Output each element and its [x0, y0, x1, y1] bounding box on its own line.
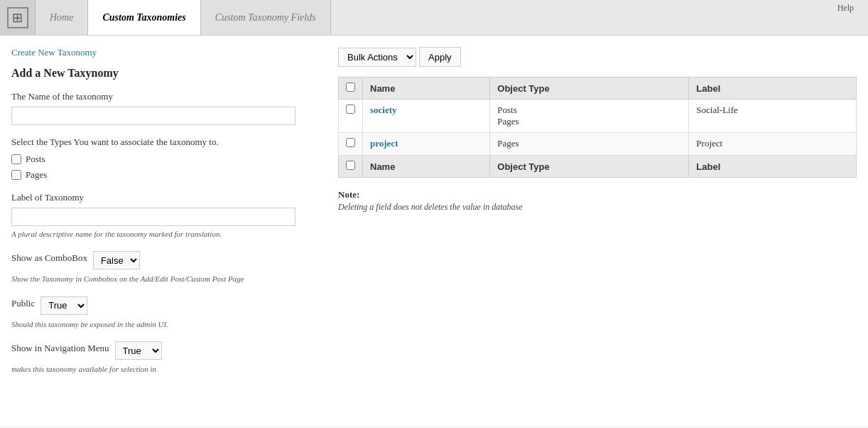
note-title: Note:	[338, 189, 359, 200]
name-cell-project: project	[363, 133, 490, 156]
posts-checkbox-item: Posts	[11, 154, 324, 165]
nav-select-control: True False	[115, 341, 162, 360]
nav-label: Show in Navigation Menu	[11, 343, 109, 354]
help-link[interactable]: Help	[837, 3, 854, 14]
combobox-select-control: False True	[93, 251, 140, 269]
taxonomy-label-group: Label of Taxonomy A plural descriptive n…	[11, 192, 324, 240]
note-text: Deleting a field does not deletes the va…	[338, 202, 857, 213]
posts-checkbox[interactable]	[11, 154, 21, 164]
public-helper: Should this taxonomy be exposed in the a…	[11, 319, 324, 330]
tab-custom-taxonomies-label: Custom Taxonomies	[102, 12, 185, 23]
nav-helper: makes this taxonomy available for select…	[11, 364, 324, 375]
posts-label: Posts	[26, 154, 45, 165]
public-select[interactable]: True False	[41, 297, 87, 314]
name-cell-society: society	[363, 100, 490, 133]
table-row: project Pages Project	[339, 133, 857, 156]
footer-label: Label	[689, 156, 857, 178]
footer-name: Name	[363, 156, 490, 178]
row-checkbox-cell-society	[339, 100, 363, 133]
main-content: Create New Taxonomy Add a New Taxynomy T…	[0, 36, 868, 427]
nav-select[interactable]: True False	[116, 342, 161, 359]
taxonomy-link-society[interactable]: society	[370, 105, 397, 115]
nav-group: Show in Navigation Menu True False makes…	[11, 341, 324, 375]
name-field-group: The Name of the taxonomy	[11, 91, 324, 125]
taxonomy-label-input[interactable]	[11, 208, 295, 226]
object-type-cell-project: Pages	[490, 133, 689, 156]
tab-custom-taxonomy-fields-label: Custom Taxonomy Fields	[215, 12, 316, 23]
tab-custom-taxonomies[interactable]: Custom Taxonomies	[88, 0, 200, 35]
tab-home-label: Home	[50, 12, 73, 23]
types-label: Select the Types You want to associate t…	[11, 137, 324, 148]
header-name: Name	[363, 77, 490, 100]
taxonomy-label-helper: A plural descriptive name for the taxono…	[11, 229, 324, 240]
combobox-group: Show as ComboBox False True Show the Tax…	[11, 251, 324, 284]
bulk-actions-select[interactable]: Bulk Actions	[339, 48, 416, 66]
combobox-select[interactable]: False True	[94, 252, 139, 269]
right-panel: Bulk Actions Apply Name Object Type Labe…	[338, 47, 857, 415]
footer-object-type: Object Type	[490, 156, 689, 178]
public-label: Public	[11, 298, 35, 309]
object-type-posts: Posts	[497, 105, 681, 116]
combobox-helper: Show the Taxonomy in Combobox on the Add…	[11, 274, 324, 284]
icon-grid: ⊞	[7, 7, 28, 28]
name-input[interactable]	[11, 107, 295, 125]
public-row: Public True False	[11, 296, 324, 315]
object-type-cell-society: Posts Pages	[490, 100, 689, 133]
top-bar: ⊞ Home Custom Taxonomies Custom Taxonomy…	[0, 0, 868, 36]
public-group: Public True False Should this taxonomy b…	[11, 296, 324, 330]
header-checkbox-col	[339, 77, 363, 100]
footer-select-all-checkbox[interactable]	[346, 161, 355, 170]
pages-label: Pages	[26, 169, 47, 181]
combobox-row: Show as ComboBox False True	[11, 251, 324, 269]
tab-custom-taxonomy-fields[interactable]: Custom Taxonomy Fields	[201, 0, 331, 35]
taxonomy-table: Name Object Type Label society Posts	[338, 77, 857, 178]
name-label: The Name of the taxonomy	[11, 91, 324, 102]
footer-checkbox-col	[339, 156, 363, 178]
table-row: society Posts Pages Social-Life	[339, 100, 857, 133]
row-checkbox-cell-project	[339, 133, 363, 156]
object-type-pages-project: Pages	[497, 138, 681, 149]
label-cell-project: Project	[689, 133, 857, 156]
tab-home[interactable]: Home	[36, 0, 88, 35]
combobox-label: Show as ComboBox	[11, 252, 87, 264]
taxonomy-label-label: Label of Taxonomy	[11, 192, 324, 203]
select-all-checkbox[interactable]	[346, 82, 355, 92]
public-select-control: True False	[40, 296, 87, 315]
row-checkbox-society[interactable]	[346, 105, 355, 114]
pages-checkbox[interactable]	[11, 170, 21, 180]
bulk-actions-row: Bulk Actions Apply	[338, 47, 857, 67]
section-title: Add a New Taxynomy	[11, 67, 324, 80]
row-checkbox-project[interactable]	[346, 138, 355, 147]
note-section: Note: Deleting a field does not deletes …	[338, 189, 857, 213]
app-icon: ⊞	[0, 0, 36, 35]
create-new-taxonomy-link[interactable]: Create New Taxonomy	[11, 47, 97, 58]
header-object-type: Object Type	[490, 77, 689, 100]
apply-button[interactable]: Apply	[419, 47, 461, 67]
header-label: Label	[689, 77, 857, 100]
left-panel: Create New Taxonomy Add a New Taxynomy T…	[11, 47, 324, 415]
bulk-actions-select-control: Bulk Actions	[338, 48, 416, 67]
label-cell-society: Social-Life	[689, 100, 857, 133]
table-footer-row: Name Object Type Label	[339, 156, 857, 178]
nav-row: Show in Navigation Menu True False	[11, 341, 324, 360]
object-type-pages: Pages	[497, 116, 681, 127]
table-header-row: Name Object Type Label	[339, 77, 857, 100]
types-group: Select the Types You want to associate t…	[11, 137, 324, 181]
pages-checkbox-item: Pages	[11, 169, 324, 181]
taxonomy-link-project[interactable]: project	[370, 138, 398, 149]
